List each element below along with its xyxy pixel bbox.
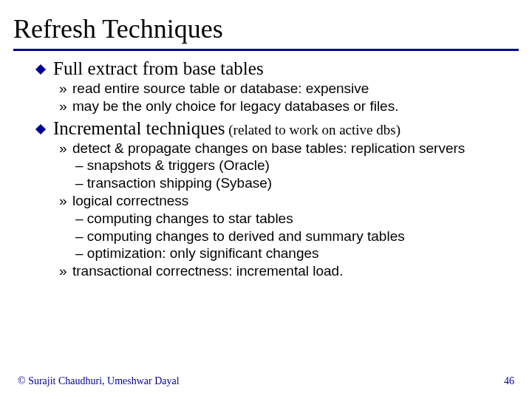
diamond-bullet-icon xyxy=(35,64,46,75)
bullet-level3: – computing changes to star tables xyxy=(75,211,519,228)
raquo-icon: » xyxy=(59,81,72,98)
bullet-level2: »read entire source table or database: e… xyxy=(59,81,519,98)
bullet-level2-text: transactional correctness: incremental l… xyxy=(72,263,343,280)
footer-credit: © Surajit Chaudhuri, Umeshwar Dayal xyxy=(18,375,180,387)
slide-body: Full extract from base tables»read entir… xyxy=(0,58,532,280)
bullet-level2: »detect & propagate changes on base tabl… xyxy=(59,140,519,157)
raquo-icon: » xyxy=(59,193,72,210)
bullet-level2-text: may be the only choice for legacy databa… xyxy=(72,98,398,115)
bullet-level1: Full extract from base tables xyxy=(37,58,519,79)
bullet-level3: – transaction shipping (Sybase) xyxy=(75,175,519,192)
bullet-level1-paren: (related to work on active dbs) xyxy=(225,122,400,137)
bullet-level2: »may be the only choice for legacy datab… xyxy=(59,98,519,115)
bullet-level1: Incremental techniques (related to work … xyxy=(37,118,519,139)
raquo-icon: » xyxy=(59,98,72,115)
bullet-level3: – optimization: only significant changes xyxy=(75,245,519,262)
title-underline xyxy=(13,49,519,51)
bullet-level1-text: Full extract from base tables xyxy=(53,58,264,79)
bullet-level2-text: read entire source table or database: ex… xyxy=(72,81,369,98)
bullet-level2: »logical correctness xyxy=(59,193,519,210)
bullet-level2: »transactional correctness: incremental … xyxy=(59,263,519,280)
slide-title: Refresh Techniques xyxy=(0,0,532,49)
diamond-bullet-icon xyxy=(35,124,46,134)
footer: © Surajit Chaudhuri, Umeshwar Dayal 46 xyxy=(18,375,514,387)
raquo-icon: » xyxy=(59,263,72,280)
bullet-level2-text: logical correctness xyxy=(72,193,188,210)
bullet-level3: – computing changes to derived and summa… xyxy=(75,228,519,245)
bullet-level2-text: detect & propagate changes on base table… xyxy=(72,140,465,157)
slide-number: 46 xyxy=(504,375,514,387)
bullet-level3: – snapshots & triggers (Oracle) xyxy=(75,157,519,174)
bullet-level1-text: Incremental techniques (related to work … xyxy=(53,118,400,139)
raquo-icon: » xyxy=(59,140,72,157)
